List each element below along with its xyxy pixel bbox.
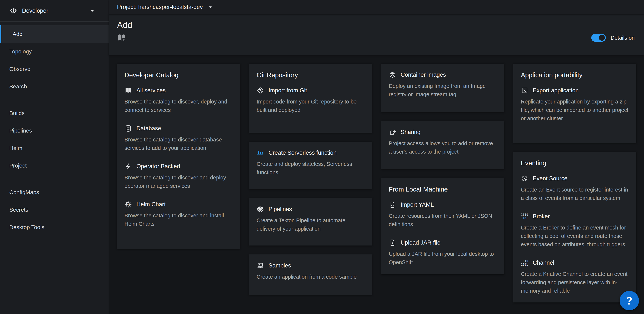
database-icon [124, 125, 132, 132]
item-label: Database [136, 125, 161, 132]
sidebar: Developer +Add Topology Observe Search B… [0, 0, 109, 314]
add-item-export-application[interactable]: Export application Replicate your applic… [521, 87, 629, 123]
card-git-repository: Git Repository Import from Git Import co… [249, 64, 372, 133]
item-label: Create Serverless function [268, 149, 336, 156]
project-selector-label: Project: harshcasper-localsta-dev [117, 4, 203, 10]
event-source-icon [521, 175, 528, 182]
sidebar-item-search[interactable]: Search [0, 78, 109, 95]
svg-text:1010: 1010 [521, 260, 528, 263]
add-item-event-source[interactable]: Event Source Create an Event source to r… [521, 175, 629, 202]
add-item-upload-jar-file[interactable]: Upload JAR file Upload a JAR file from y… [389, 239, 497, 267]
add-item-create-serverless-function[interactable]: fn Create Serverless function Create and… [256, 149, 365, 177]
add-page-content: Developer Catalog All services Browse th… [109, 55, 644, 314]
item-label: Pipelines [268, 206, 292, 213]
add-item-import-from-git[interactable]: Import from Git Import code from your Gi… [256, 87, 365, 114]
catalog-icon [124, 87, 132, 94]
card-columns: Developer Catalog All services Browse th… [117, 64, 636, 312]
nav-group-config: ConfigMaps Secrets Desktop Tools [0, 184, 109, 241]
project-selector[interactable]: Project: harshcasper-localsta-dev [117, 4, 213, 10]
card-title: Git Repository [256, 71, 365, 79]
add-item-broker[interactable]: 101011011 Broker Create a Broker to defi… [521, 213, 629, 249]
sidebar-nav: +Add Topology Observe Search Builds Pipe… [0, 21, 109, 245]
svg-text:HELM: HELM [126, 204, 130, 205]
pipelines-icon [256, 206, 264, 213]
item-label: Operator Backed [136, 163, 180, 170]
column-1: Developer Catalog All services Browse th… [117, 64, 240, 258]
add-item-all-services[interactable]: All services Browse the catalog to disco… [124, 87, 232, 114]
column-3: Container images Deploy an existing Imag… [381, 64, 504, 283]
card-title: Eventing [521, 159, 629, 167]
sidebar-item-secrets[interactable]: Secrets [0, 201, 109, 219]
item-label: Import from Git [268, 87, 307, 94]
nav-group-resources: Builds Pipelines Helm Project [0, 104, 109, 179]
add-item-channel[interactable]: 101011011 Channel Create a Knative Chann… [521, 259, 629, 295]
item-label: Broker [533, 213, 550, 220]
card-samples: Samples Create an application from a cod… [249, 255, 372, 295]
item-label: Samples [268, 262, 291, 269]
item-description: Browse the catalog to discover, deploy a… [124, 97, 232, 114]
chevron-down-icon [90, 8, 95, 13]
item-label: Channel [533, 260, 554, 266]
item-label: Export application [533, 87, 578, 94]
page-header: Add Details on [109, 14, 644, 55]
item-description: Import code from your Git repository to … [256, 97, 365, 114]
item-description: Deploy an existing Image from an Image r… [389, 82, 497, 99]
item-description: Upload a JAR file from your local deskto… [389, 250, 497, 267]
book-plus-icon[interactable] [117, 33, 126, 42]
bolt-icon [124, 163, 132, 170]
sidebar-item-topology[interactable]: Topology [0, 43, 109, 60]
add-item-helm-chart[interactable]: HELM Helm Chart Browse the catalog to di… [124, 201, 232, 228]
card-title: From Local Machine [389, 185, 497, 193]
item-description: Create and deploy stateless, Serverless … [256, 160, 365, 177]
sidebar-item-helm[interactable]: Helm [0, 139, 109, 157]
page-header-row: Details on [117, 33, 635, 42]
item-label: All services [136, 87, 166, 94]
column-4: Application portability Export applicati… [513, 64, 636, 312]
card-eventing: Eventing Event Source Create an Event so… [513, 152, 636, 303]
add-item-import-yaml[interactable]: Import YAML Create resources from their … [389, 201, 497, 229]
card-title: Application portability [521, 71, 629, 79]
perspective-switcher[interactable]: Developer [0, 0, 109, 21]
sidebar-item-add[interactable]: +Add [0, 25, 109, 43]
svg-text:fn: fn [257, 150, 263, 156]
help-button[interactable]: ? [620, 291, 639, 310]
item-description: Create an application from a code sample [256, 273, 365, 281]
samples-icon [256, 262, 264, 269]
sidebar-item-project[interactable]: Project [0, 157, 109, 174]
details-toggle[interactable] [591, 34, 606, 42]
upload-jar-icon [389, 239, 396, 247]
sidebar-item-configmaps[interactable]: ConfigMaps [0, 184, 109, 201]
add-item-pipelines[interactable]: Pipelines Create a Tekton Pipeline to au… [256, 206, 365, 233]
column-2: Git Repository Import from Git Import co… [249, 64, 372, 304]
main-area: Project: harshcasper-localsta-dev Add [109, 0, 644, 314]
add-item-samples[interactable]: Samples Create an application from a cod… [256, 262, 365, 281]
channel-icon: 101011011 [521, 259, 528, 267]
sharing-icon [389, 128, 396, 136]
broker-icon: 101011011 [521, 213, 528, 220]
item-description: Create an Event source to register inter… [521, 186, 629, 202]
card-container-images: Container images Deploy an existing Imag… [381, 64, 504, 112]
item-label: Upload JAR file [401, 239, 440, 246]
chevron-down-icon [208, 5, 213, 9]
item-description: Browse the catalog to discover database … [124, 135, 232, 152]
add-item-database[interactable]: Database Browse the catalog to discover … [124, 125, 232, 152]
sidebar-item-pipelines[interactable]: Pipelines [0, 122, 109, 139]
perspective-label: Developer [22, 7, 90, 14]
card-pipelines: Pipelines Create a Tekton Pipeline to au… [249, 198, 372, 246]
container-images-icon [389, 71, 396, 78]
sidebar-item-observe[interactable]: Observe [0, 60, 109, 78]
add-item-operator-backed[interactable]: Operator Backed Browse the catalog to di… [124, 163, 232, 190]
item-description: Create a Broker to define an event mesh … [521, 224, 629, 249]
helm-icon: HELM [124, 201, 132, 208]
item-description: Browse the catalog to discover and insta… [124, 211, 232, 228]
add-item-sharing[interactable]: Sharing Project access allows you to add… [389, 128, 497, 156]
sidebar-item-desktop-tools[interactable]: Desktop Tools [0, 219, 109, 236]
card-from-local-machine: From Local Machine Import YAML Create re… [381, 178, 504, 274]
toggle-knob [599, 35, 605, 41]
item-label: Event Source [533, 175, 568, 182]
item-label: Helm Chart [136, 201, 166, 208]
details-toggle-label: Details on [611, 35, 635, 41]
item-label: Sharing [401, 129, 420, 135]
sidebar-item-builds[interactable]: Builds [0, 104, 109, 122]
add-item-container-images[interactable]: Container images Deploy an existing Imag… [389, 71, 497, 99]
